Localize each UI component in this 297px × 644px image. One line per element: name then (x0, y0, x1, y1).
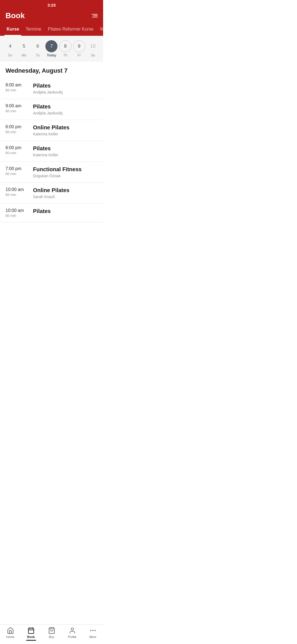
filter-icon-line2 (93, 15, 98, 16)
class-name-4: Pilates (33, 145, 98, 152)
class-item-6[interactable]: 10:00 am 60 min Online Pilates Sarah Kra… (0, 183, 103, 204)
class-time-main-5: 7:00 pm (6, 166, 33, 171)
class-duration-4: 60 min (6, 151, 33, 155)
class-duration-1: 60 min (6, 88, 33, 92)
class-duration-3: 60 min (6, 130, 33, 134)
class-instructor-3: Katerina Keller (33, 132, 98, 136)
class-time-main-3: 6:00 pm (6, 124, 33, 129)
class-item-1[interactable]: 8:00 am 60 min Pilates Andjela Jankovikj (0, 78, 103, 99)
day-item-10[interactable]: 10 Sa (87, 40, 99, 57)
filter-button[interactable] (92, 14, 98, 17)
day-number-10[interactable]: 10 (87, 40, 99, 52)
class-time-3: 6:00 pm 60 min (6, 124, 33, 134)
class-instructor-4: Katerina Keller (33, 153, 98, 157)
tab-pilates-reformer[interactable]: Pilates Reformer Kurse (46, 24, 95, 36)
class-time-7: 10:00 am 60 min (6, 208, 33, 218)
class-time-main-6: 10:00 am (6, 187, 33, 192)
class-duration-6: 60 min (6, 193, 33, 197)
class-time-5: 7:00 pm 60 min (6, 166, 33, 176)
class-time-6: 10:00 am 60 min (6, 187, 33, 197)
class-info-7: Pilates (33, 208, 98, 215)
day-label-fr: Fr (78, 53, 81, 57)
class-time-4: 6:00 pm 60 min (6, 145, 33, 155)
filter-icon-line3 (92, 17, 98, 17)
class-info-5: Functional Fitness Dogukan Özüak (33, 166, 98, 178)
day-item-7[interactable]: 7 Today (45, 40, 58, 57)
class-time-main-1: 8:00 am (6, 83, 33, 88)
day-item-5[interactable]: 5 Mo (18, 40, 30, 57)
class-info-6: Online Pilates Sarah Krauß (33, 187, 98, 199)
class-instructor-1: Andjela Jankovikj (33, 90, 98, 94)
content-spacer (0, 222, 103, 244)
day-number-7-today[interactable]: 7 (45, 40, 57, 52)
day-label-su: Su (8, 53, 12, 57)
class-duration-5: 60 min (6, 172, 33, 176)
class-name-1: Pilates (33, 83, 98, 89)
status-time: 3:25 (47, 3, 56, 7)
day-label-sa: Sa (91, 53, 95, 57)
class-time-main-7: 10:00 am (6, 208, 33, 213)
day-item-4[interactable]: 4 Su (4, 40, 16, 57)
class-time-1: 8:00 am 60 min (6, 83, 33, 92)
day-number-5[interactable]: 5 (18, 40, 30, 52)
class-item-5[interactable]: 7:00 pm 60 min Functional Fitness Doguka… (0, 162, 103, 183)
class-name-6: Online Pilates (33, 187, 98, 193)
filter-icon (92, 14, 98, 15)
page-title: Book (6, 11, 25, 20)
class-time-2: 9:00 am 60 min (6, 103, 33, 113)
class-info-4: Pilates Katerina Keller (33, 145, 98, 157)
class-time-main-2: 9:00 am (6, 103, 33, 108)
tab-navigation: Kurse Termine Pilates Reformer Kurse Wo (0, 24, 103, 36)
day-number-8[interactable]: 8 (59, 40, 72, 52)
class-item-2[interactable]: 9:00 am 60 min Pilates Andjela Jankovikj (0, 99, 103, 120)
tab-kurse[interactable]: Kurse (4, 24, 21, 36)
class-info-1: Pilates Andjela Jankovikj (33, 83, 98, 94)
day-item-6[interactable]: 6 Tu (31, 40, 44, 57)
class-info-3: Online Pilates Katerina Keller (33, 124, 98, 136)
day-label-today: Today (47, 53, 56, 57)
date-heading: Wednesday, August 7 (0, 62, 103, 78)
class-instructor-6: Sarah Krauß (33, 195, 98, 199)
class-info-2: Pilates Andjela Jankovikj (33, 103, 98, 115)
class-duration-7: 60 min (6, 214, 33, 218)
day-label-th: Th (64, 53, 67, 57)
class-item-4[interactable]: 6:00 pm 60 min Pilates Katerina Keller (0, 141, 103, 162)
day-number-4[interactable]: 4 (4, 40, 16, 52)
tab-termine[interactable]: Termine (23, 24, 43, 36)
class-list: 8:00 am 60 min Pilates Andjela Jankovikj… (0, 78, 103, 222)
class-time-main-4: 6:00 pm (6, 145, 33, 150)
class-name-3: Online Pilates (33, 124, 98, 131)
calendar-row: 4 Su 5 Mo 6 Tu 7 Today 8 Th 9 Fr 10 Sa (0, 36, 103, 62)
status-bar: 3:25 (0, 0, 103, 9)
day-label-mo: Mo (22, 53, 26, 57)
day-number-9[interactable]: 9 (73, 40, 85, 52)
header: Book (0, 9, 103, 24)
class-instructor-2: Andjela Jankovikj (33, 111, 98, 115)
class-item-7[interactable]: 10:00 am 60 min Pilates (0, 204, 103, 222)
class-duration-2: 60 min (6, 109, 33, 113)
main-content: Wednesday, August 7 8:00 am 60 min Pilat… (0, 62, 103, 244)
day-item-8[interactable]: 8 Th (59, 40, 72, 57)
day-label-tu: Tu (36, 53, 40, 57)
class-name-7: Pilates (33, 208, 98, 214)
class-name-2: Pilates (33, 103, 98, 110)
day-number-6[interactable]: 6 (32, 40, 44, 52)
class-instructor-5: Dogukan Özüak (33, 174, 98, 178)
class-name-5: Functional Fitness (33, 166, 98, 173)
class-item-3[interactable]: 6:00 pm 60 min Online Pilates Katerina K… (0, 120, 103, 141)
tab-wo[interactable]: Wo (98, 24, 103, 36)
day-item-9[interactable]: 9 Fr (73, 40, 86, 57)
